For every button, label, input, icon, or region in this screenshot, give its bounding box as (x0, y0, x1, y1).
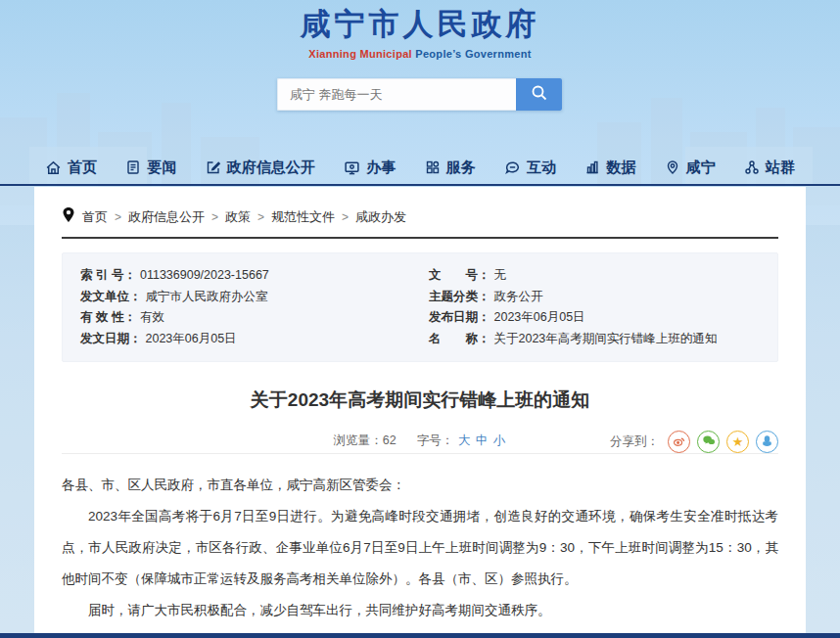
share-qq-button[interactable] (756, 431, 778, 453)
nav-item-home[interactable]: 首页 (45, 159, 97, 177)
fontsize-large-button[interactable]: 大 (458, 433, 471, 447)
page: 咸宁市人民政府 Xianning Municipal People’s Gove… (0, 0, 840, 638)
nav-item-service[interactable]: 服务 (425, 159, 476, 177)
article-body: 各县、市、区人民政府，市直各单位，咸宁高新区管委会： 2023年全国高考将于6月… (62, 470, 778, 626)
info-value: 关于2023年高考期间实行错峰上班的通知 (494, 329, 718, 350)
share-wechat-button[interactable] (697, 431, 720, 453)
footer-bar (0, 633, 840, 638)
breadcrumb-normative-docs[interactable]: 规范性文件 (271, 208, 335, 226)
fontsize-label: 字号： (417, 433, 454, 447)
breadcrumb-separator: > (342, 210, 349, 224)
nav-label: 站群 (766, 159, 795, 177)
nav-label: 数据 (606, 159, 635, 177)
site-subtitle: Xianning Municipal People’s Government (0, 48, 840, 60)
monitor-icon (344, 160, 360, 176)
nav-label: 首页 (68, 159, 97, 177)
breadcrumb: 首页 > 政府信息公开 > 政策 > 规范性文件 > 咸政办发 (62, 187, 778, 239)
nav-item-services-hall[interactable]: 办事 (344, 159, 396, 177)
article-title: 关于2023年高考期间实行错峰上班的通知 (62, 387, 778, 413)
location-icon (665, 160, 680, 175)
fontsize-small-button[interactable]: 小 (493, 433, 506, 447)
chat-icon (504, 160, 521, 176)
nav-label: 要闻 (147, 159, 176, 177)
info-row-issuing-unit: 发文单位： 咸宁市人民政府办公室 (80, 287, 429, 308)
info-label: 发文单位： (80, 287, 142, 308)
info-label: 名 称： (429, 329, 490, 350)
article-paragraph-main: 2023年全国高考将于6月7日至9日进行。为避免高峰时段交通拥堵，创造良好的交通… (62, 501, 778, 595)
qq-icon (761, 434, 773, 450)
location-pin-icon (62, 207, 75, 226)
info-label: 发文日期： (80, 329, 142, 350)
breadcrumb-policy[interactable]: 政策 (225, 208, 251, 226)
breadcrumb-separator: > (115, 210, 121, 224)
info-row-validity: 有 效 性： 有效 (80, 307, 429, 329)
info-row-index-number: 索 引 号： 011336909/2023-15667 (80, 265, 429, 287)
nav-item-news[interactable]: 要闻 (125, 159, 176, 177)
info-row-issue-date: 发文日期： 2023年06月05日 (80, 329, 429, 350)
info-value: 无 (494, 265, 507, 287)
nav-item-data[interactable]: 数据 (584, 159, 635, 177)
share-label: 分享到： (610, 433, 659, 450)
nav-label: 服务 (446, 159, 476, 177)
grid-icon (425, 160, 441, 175)
site-title: 咸宁市人民政府 (0, 4, 840, 45)
info-row-title: 名 称： 关于2023年高考期间实行错峰上班的通知 (429, 329, 777, 350)
info-label: 主题分类： (429, 287, 490, 308)
document-info-right-column: 文 号： 无 主题分类： 政务公开 发布日期： 2023年06月05日 名 称：… (429, 265, 777, 349)
nav-item-site-group[interactable]: 站群 (744, 159, 795, 177)
nav-label: 咸宁 (686, 159, 716, 177)
info-value: 咸宁市人民政府办公室 (146, 287, 268, 308)
info-row-topic-category: 主题分类： 政务公开 (429, 287, 777, 308)
site-subtitle-red: Xianning Municipal (308, 48, 415, 60)
nav-label: 互动 (527, 159, 556, 177)
share-weibo-button[interactable] (668, 431, 690, 453)
fontsize-medium-button[interactable]: 中 (476, 433, 489, 447)
info-label: 文 号： (429, 265, 490, 287)
home-icon (45, 160, 62, 176)
breadcrumb-separator: > (257, 210, 264, 224)
search-button[interactable] (516, 78, 562, 111)
star-icon: ★ (732, 434, 744, 449)
share-favorite-button[interactable]: ★ (726, 431, 749, 453)
network-icon (744, 160, 760, 175)
info-value: 2023年06月05日 (146, 329, 237, 350)
article-meta-row: 浏览量：62 字号： 大 中 小 分享到： ★ (62, 431, 778, 454)
info-value: 有效 (140, 307, 164, 329)
search-icon (531, 84, 548, 105)
wechat-icon (702, 433, 716, 450)
weibo-icon (673, 434, 685, 450)
info-label: 索 引 号： (80, 265, 136, 287)
views-count: 62 (383, 433, 397, 447)
breadcrumb-info-disclosure[interactable]: 政府信息公开 (128, 208, 205, 226)
breadcrumb-home[interactable]: 首页 (82, 208, 108, 226)
breadcrumb-current[interactable]: 咸政办发 (355, 208, 406, 226)
site-subtitle-blue: People’s Government (415, 48, 531, 60)
nav-label: 政府信息公开 (227, 159, 315, 177)
nav-item-info-disclosure[interactable]: 政府信息公开 (206, 159, 315, 177)
nav-label: 办事 (366, 159, 396, 177)
info-row-doc-number: 文 号： 无 (429, 265, 777, 287)
nav-item-interaction[interactable]: 互动 (504, 159, 556, 177)
info-value: 政务公开 (494, 287, 543, 308)
nav-item-xianning[interactable]: 咸宁 (665, 159, 716, 177)
document-info-panel: 索 引 号： 011336909/2023-15667 发文单位： 咸宁市人民政… (62, 252, 778, 362)
site-header: 咸宁市人民政府 Xianning Municipal People’s Gove… (0, 4, 840, 60)
info-label: 发布日期： (429, 307, 490, 329)
content-card: 首页 > 政府信息公开 > 政策 > 规范性文件 > 咸政办发 索 引 号： 0… (34, 187, 806, 633)
main-nav: 首页 要闻 政府信息公开 办事 服务 互动 数据 咸宁 (0, 152, 840, 183)
views-label: 浏览量： (334, 433, 383, 447)
share-bar: 分享到： ★ (610, 431, 778, 453)
info-value: 2023年06月05日 (494, 307, 585, 329)
info-row-publish-date: 发布日期： 2023年06月05日 (429, 307, 777, 329)
news-icon (125, 160, 141, 175)
document-info-left-column: 索 引 号： 011336909/2023-15667 发文单位： 咸宁市人民政… (80, 265, 429, 349)
breadcrumb-separator: > (211, 210, 218, 224)
info-label: 有 效 性： (80, 307, 136, 329)
info-value: 011336909/2023-15667 (140, 265, 269, 287)
search-bar (277, 78, 562, 111)
search-input[interactable] (277, 78, 516, 111)
article-paragraph-salutation: 各县、市、区人民政府，市直各单位，咸宁高新区管委会： (62, 470, 778, 501)
nav-divider (0, 184, 840, 186)
info-disclosure-icon (206, 160, 221, 175)
article-paragraph-appeal: 届时，请广大市民积极配合，减少自驾车出行，共同维护好高考期间交通秩序。 (62, 595, 778, 626)
